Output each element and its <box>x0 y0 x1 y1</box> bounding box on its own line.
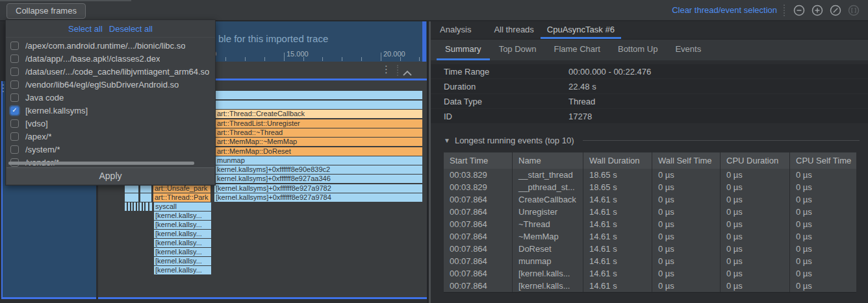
flame-bar[interactable] <box>146 202 148 211</box>
flame-bar[interactable]: [kernel.kallsy... <box>154 212 211 220</box>
column-header-wall-duration[interactable]: Wall Duration <box>583 152 652 169</box>
table-row[interactable]: 00:07.864~Thread14.61 s0 µs0 µs0 µs <box>444 218 856 230</box>
table-cell: 00:07.864 <box>444 280 512 292</box>
flame-bar[interactable] <box>134 202 136 211</box>
flame-bar[interactable] <box>140 193 151 202</box>
flame-bar[interactable]: [kernel.kallsy... <box>154 248 211 256</box>
flame-bar[interactable]: munmap <box>216 156 422 165</box>
tab-analysis[interactable]: Analysis <box>433 21 478 39</box>
table-row[interactable]: 00:07.864~MemMap14.61 s0 µs0 µs0 µs <box>444 230 856 243</box>
section-rule <box>583 140 860 141</box>
table-row[interactable]: 00:07.864CreateCallback14.61 s0 µs0 µs0 … <box>444 193 856 206</box>
drag-handle-icon[interactable] <box>2 82 5 94</box>
checkbox-data-app-base-apk-classes2-dex[interactable] <box>10 55 19 63</box>
checkbox-java-code[interactable] <box>10 93 19 102</box>
flame-bar[interactable] <box>125 202 127 211</box>
checkbox-vdso[interactable] <box>10 119 19 128</box>
flame-bar[interactable]: kernel.kallsyms]+0xffffff8e927aa346 <box>216 175 422 183</box>
kebab-menu-icon[interactable]: ⋮ <box>381 64 391 75</box>
flame-bar[interactable]: [kernel.kallsy... <box>154 266 211 274</box>
flame-bar[interactable]: art::ThreadList::Unregister <box>216 119 422 128</box>
column-header-wall-self-time[interactable]: Wall Self Time <box>652 152 720 169</box>
flame-bar[interactable]: art::Thread::~Thread <box>216 128 422 137</box>
flame-bar[interactable]: art::MemMap::DoReset <box>216 147 422 156</box>
filter-list-item[interactable]: [vdso] <box>6 117 215 130</box>
flame-bar[interactable] <box>137 202 138 211</box>
flame-bar[interactable] <box>125 193 138 202</box>
filter-list-item[interactable]: /system/* <box>6 143 215 156</box>
flame-bar[interactable]: [kernel.kallsy... <box>154 257 211 265</box>
subtab-flame-chart[interactable]: Flame Chart <box>545 40 609 60</box>
longest-events-table: Start TimeNameWall DurationWall Self Tim… <box>444 152 856 293</box>
column-header-start-time[interactable]: Start Time <box>444 152 512 169</box>
checkbox-apex[interactable] <box>10 132 19 141</box>
filter-list-item[interactable]: /vendor/lib64/egl/eglSubDriverAndroid.so <box>6 78 215 91</box>
flame-bar[interactable]: art::Thread::Park <box>153 193 211 202</box>
flame-bar[interactable] <box>149 202 152 211</box>
table-row[interactable]: 00:03.829__pthread_st...18.65 s0 µs0 µs0… <box>444 181 856 193</box>
flame-bar[interactable]: [kernel.kallsyms]+0xffffff8e927a9782 <box>214 184 422 193</box>
table-cell: 14.61 s <box>583 280 652 292</box>
flame-bar[interactable] <box>131 202 133 211</box>
flame-bar[interactable]: [kernel.kallsy... <box>154 239 211 247</box>
popup-hscrollbar-thumb[interactable] <box>8 162 194 165</box>
filter-list-item[interactable]: /apex/* <box>6 130 215 143</box>
checkbox-kernel-kallsyms[interactable]: ✓ <box>10 106 19 115</box>
table-cell: DoReset <box>512 243 583 255</box>
table-row[interactable]: 00:07.864Unregister14.61 s0 µs0 µs0 µs <box>444 206 856 218</box>
table-cell: 00:07.864 <box>444 230 512 243</box>
table-row[interactable]: 00:07.864[kernel.kalls...14.61 s0 µs0 µs… <box>444 280 856 292</box>
apply-button[interactable]: Apply <box>6 167 214 184</box>
table-cell: 00:03.829 <box>444 181 512 193</box>
table-row[interactable]: 00:03.829__start_thread18.65 s0 µs0 µs0 … <box>444 169 856 181</box>
subtab-events[interactable]: Events <box>667 40 709 60</box>
table-row[interactable]: 00:07.864munmap14.61 s0 µs0 µs0 µs <box>444 255 856 267</box>
filter-list-item[interactable]: /data/app/.../base.apk!/classes2.dex <box>6 52 215 65</box>
table-row[interactable]: 00:07.864DoReset14.61 s0 µs0 µs0 µs <box>444 243 856 255</box>
table-cell: 0 µs <box>789 193 856 206</box>
checkbox-vendor-lib64-egl-eglsubdriverandroid-so[interactable] <box>10 80 19 89</box>
chevron-up-icon[interactable] <box>402 67 413 79</box>
flame-bar[interactable] <box>216 101 422 109</box>
subtab-summary[interactable]: Summary <box>437 40 490 60</box>
ruler-tick <box>361 57 362 61</box>
longest-events-section-header[interactable]: ▼ Longest running events (top 10) <box>444 136 860 145</box>
flame-bar[interactable]: syscall <box>154 202 211 211</box>
ruler-tick <box>419 57 420 61</box>
flame-bar[interactable] <box>128 202 130 211</box>
flame-bar[interactable]: [kernel.kallsyms]+0xffffff8e927a9784 <box>214 193 422 202</box>
tab-cpuasynctask-6[interactable]: CpuAsyncTask #6 <box>541 21 621 39</box>
filter-list-item[interactable]: /apex/com.android.runtime/.../bionic/lib… <box>6 39 215 52</box>
zoom-in-icon[interactable] <box>811 4 824 17</box>
checkbox-system[interactable] <box>10 145 19 154</box>
flame-bar[interactable]: art::MemMap::~MemMap <box>216 138 422 146</box>
flame-bar[interactable]: kernel.kallsyms]+0xffffff8e90e839c2 <box>216 165 422 174</box>
filter-list-item[interactable]: /data/user/.../code_cache/libjvmtiagent_… <box>6 65 215 78</box>
flame-bar[interactable] <box>143 202 144 211</box>
reset-zoom-icon[interactable] <box>829 4 842 17</box>
collapse-frames-button[interactable]: Collapse frames <box>6 3 86 19</box>
flame-bar[interactable] <box>140 202 142 211</box>
flame-bar[interactable]: [kernel.kallsy... <box>154 230 211 238</box>
flame-bar[interactable] <box>216 91 422 99</box>
select-all-link[interactable]: Select all <box>68 24 103 34</box>
checkbox-apex-com-android-runtime-bionic-libc-so[interactable] <box>10 42 19 50</box>
table-cell: ~MemMap <box>512 230 583 243</box>
filter-list-item[interactable]: Java code <box>6 91 215 104</box>
zoom-out-icon[interactable] <box>793 4 806 17</box>
flame-bar[interactable]: [kernel.kallsy... <box>154 221 211 229</box>
deselect-all-link[interactable]: Deselect all <box>109 24 153 34</box>
table-cell: 0 µs <box>652 280 720 292</box>
checkbox-data-user-code-cache-libjvmtiagent-arm64-so[interactable] <box>10 67 19 76</box>
subtab-bottom-up[interactable]: Bottom Up <box>609 40 666 60</box>
flame-bar[interactable]: art::Thread::CreateCallback <box>216 110 422 118</box>
timeline-scrollbar-thumb[interactable] <box>422 21 426 62</box>
table-row[interactable]: 00:07.864[kernel.kalls...14.61 s0 µs0 µs… <box>444 267 856 280</box>
subtab-top-down[interactable]: Top Down <box>491 40 545 60</box>
column-header-cpu-self-time[interactable]: CPU Self Time <box>789 152 856 169</box>
filter-list-item[interactable]: ✓[kernel.kallsyms] <box>6 104 215 117</box>
tab-all-threads[interactable]: All threads <box>487 21 540 39</box>
column-header-cpu-duration[interactable]: CPU Duration <box>720 152 789 169</box>
column-header-name[interactable]: Name <box>512 152 583 169</box>
clear-thread-event-selection-link[interactable]: Clear thread/event selection <box>672 5 777 15</box>
